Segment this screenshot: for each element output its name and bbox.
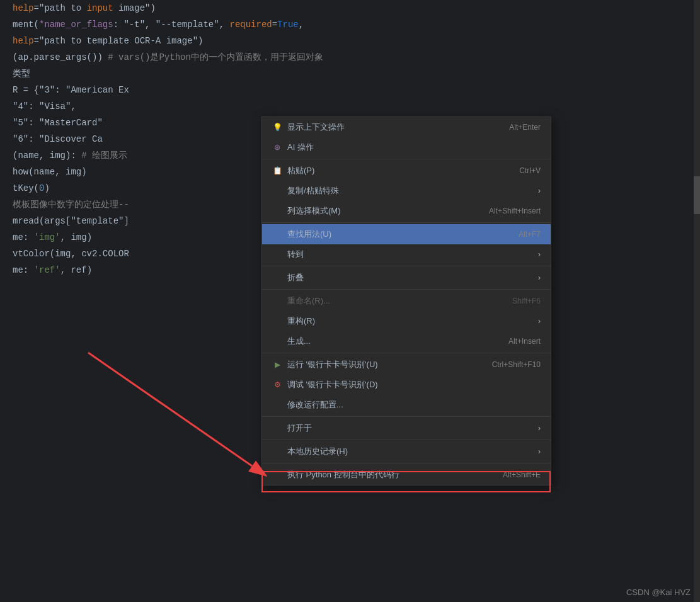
menu-item-show-context-actions[interactable]: 💡 显示上下文操作 Alt+Enter xyxy=(262,117,551,137)
debug-icon: ⚙ xyxy=(272,380,282,390)
code-line-1: help="path to input image") xyxy=(13,0,700,16)
empty-icon-2 xyxy=(272,206,282,216)
code-line-7: "4": "Visa", xyxy=(13,98,700,115)
scrollbar[interactable] xyxy=(694,0,700,602)
ai-icon: ⊛ xyxy=(272,142,282,152)
separator-6 xyxy=(262,416,551,417)
menu-item-paste[interactable]: 📋 粘贴(P) Ctrl+V xyxy=(262,161,551,181)
separator-7 xyxy=(262,440,551,440)
code-line-4: (ap.parse_args()) # vars()是Python中的一个内置函… xyxy=(13,49,700,65)
empty-icon-10 xyxy=(272,423,282,433)
separator-5 xyxy=(262,353,551,353)
lightbulb-icon: 💡 xyxy=(272,122,282,132)
empty-icon-7 xyxy=(272,316,282,326)
watermark: CSDN @Kai HVZ xyxy=(626,588,691,597)
empty-icon-9 xyxy=(272,400,282,410)
arrow-icon-goto: › xyxy=(538,250,541,259)
menu-item-find-usages[interactable]: 查找用法(U) Alt+F7 xyxy=(262,224,551,244)
separator-2 xyxy=(262,222,551,223)
code-line-6: R = {"3": "American Ex xyxy=(13,82,700,98)
context-menu: 💡 显示上下文操作 Alt+Enter ⊛ AI 操作 📋 粘贴(P) Ctrl… xyxy=(261,116,551,486)
empty-icon xyxy=(272,186,282,196)
empty-icon-3 xyxy=(272,229,282,239)
menu-item-debug[interactable]: ⚙ 调试 '银行卡卡号识别'(D) xyxy=(262,375,551,395)
separator-4 xyxy=(262,289,551,290)
menu-item-local-history[interactable]: 本地历史记录(H) › xyxy=(262,441,551,462)
empty-icon-6 xyxy=(272,296,282,306)
menu-item-fold[interactable]: 折叠 › xyxy=(262,268,551,288)
separator-3 xyxy=(262,266,551,266)
separator-8 xyxy=(262,463,551,463)
separator-1 xyxy=(262,159,551,159)
paste-icon: 📋 xyxy=(272,166,282,176)
menu-item-open-in[interactable]: 打开于 › xyxy=(262,418,551,438)
empty-icon-4 xyxy=(272,249,282,259)
code-line-2: ment(*name_or_flags: "-t", "--template",… xyxy=(13,16,700,33)
arrow-icon-open-in: › xyxy=(538,424,541,433)
menu-item-copy-paste-special[interactable]: 复制/粘贴特殊 › xyxy=(262,181,551,201)
empty-icon-11 xyxy=(272,446,282,457)
scrollbar-thumb[interactable] xyxy=(694,176,700,214)
code-line-3: help="path to template OCR-A image") xyxy=(13,33,700,49)
empty-icon-5 xyxy=(272,273,282,283)
menu-item-goto[interactable]: 转到 › xyxy=(262,244,551,264)
code-line-5: 类型 xyxy=(13,65,700,82)
arrow-icon-copy-paste: › xyxy=(538,186,541,195)
menu-item-rename[interactable]: 重命名(R)... Shift+F6 xyxy=(262,291,551,311)
empty-icon-12 xyxy=(272,470,282,480)
menu-item-column-select[interactable]: 列选择模式(M) Alt+Shift+Insert xyxy=(262,201,551,221)
arrow-icon-local-history: › xyxy=(538,447,541,456)
empty-icon-8 xyxy=(272,336,282,346)
menu-item-generate[interactable]: 生成... Alt+Insert xyxy=(262,331,551,351)
arrow-icon-refactor: › xyxy=(538,317,541,326)
menu-item-modify-run-config[interactable]: 修改运行配置... xyxy=(262,395,551,415)
menu-item-run-python-console[interactable]: 执行 Python 控制台中的代码行 Alt+Shift+E xyxy=(262,465,551,485)
menu-item-refactor[interactable]: 重构(R) › xyxy=(262,311,551,331)
menu-item-ai-actions[interactable]: ⊛ AI 操作 xyxy=(262,137,551,157)
run-icon: ▶ xyxy=(272,360,282,370)
arrow-icon-fold: › xyxy=(538,273,541,282)
menu-item-run[interactable]: ▶ 运行 '银行卡卡号识别'(U) Ctrl+Shift+F10 xyxy=(262,355,551,375)
